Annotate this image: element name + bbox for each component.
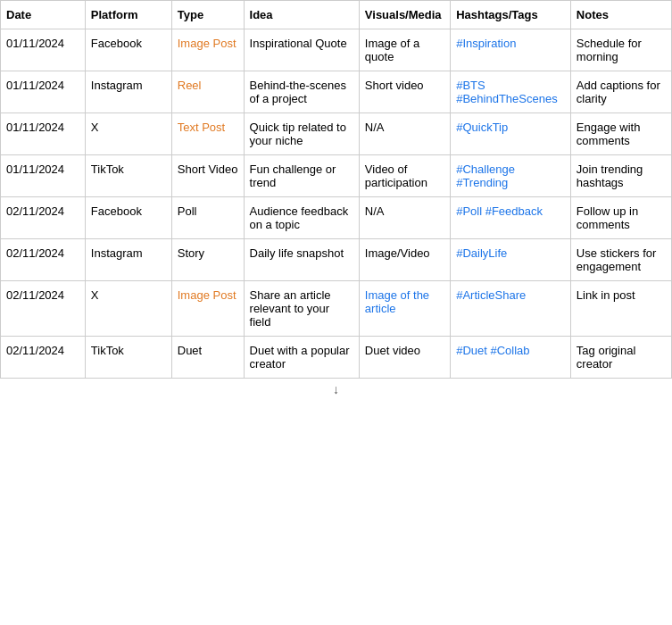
- cell-visuals: Image of a quote: [359, 29, 450, 71]
- cell-visuals: Image of the article: [359, 281, 450, 337]
- cell-platform: Facebook: [85, 29, 171, 71]
- cell-idea: Quick tip related to your niche: [244, 113, 359, 155]
- cell-type: Story: [171, 239, 244, 281]
- cell-platform: TikTok: [85, 337, 171, 379]
- header-visuals: Visuals/Media: [359, 1, 450, 29]
- cell-date: 01/11/2024: [1, 113, 86, 155]
- table-row: 02/11/2024 X Image Post Share an article…: [1, 281, 672, 337]
- cell-type: Duet: [171, 337, 244, 379]
- cell-platform: TikTok: [85, 155, 171, 197]
- cell-notes: Tag original creator: [570, 337, 671, 379]
- cell-idea: Behind-the-scenes of a project: [244, 71, 359, 113]
- cell-notes: Join trending hashtags: [570, 155, 671, 197]
- cell-date: 01/11/2024: [1, 155, 86, 197]
- header-notes: Notes: [570, 1, 671, 29]
- cell-platform: X: [85, 113, 171, 155]
- cell-idea: Daily life snapshot: [244, 239, 359, 281]
- cell-type: Reel: [171, 71, 244, 113]
- scroll-down-icon: ↓: [333, 382, 339, 396]
- table-row: 01/11/2024 Instagram Reel Behind-the-sce…: [1, 71, 672, 113]
- cell-idea: Duet with a popular creator: [244, 337, 359, 379]
- cell-visuals: Short video: [359, 71, 450, 113]
- cell-platform: Facebook: [85, 197, 171, 239]
- cell-date: 02/11/2024: [1, 281, 86, 337]
- cell-hashtags: #DailyLife: [451, 239, 571, 281]
- cell-hashtags: #Poll #Feedback: [451, 197, 571, 239]
- cell-visuals: N/A: [359, 197, 450, 239]
- cell-hashtags: #Duet #Collab: [451, 337, 571, 379]
- cell-type: Text Post: [171, 113, 244, 155]
- scroll-down-indicator: ↓: [0, 379, 672, 400]
- cell-notes: Engage with comments: [570, 113, 671, 155]
- cell-notes: Use stickers for engagement: [570, 239, 671, 281]
- header-type: Type: [171, 1, 244, 29]
- cell-platform: Instagram: [85, 239, 171, 281]
- header-date: Date: [1, 1, 86, 29]
- table-row: 02/11/2024 Facebook Poll Audience feedba…: [1, 197, 672, 239]
- cell-date: 01/11/2024: [1, 71, 86, 113]
- table-row: 01/11/2024 X Text Post Quick tip related…: [1, 113, 672, 155]
- cell-idea: Fun challenge or trend: [244, 155, 359, 197]
- cell-type: Image Post: [171, 29, 244, 71]
- content-calendar-table: Date Platform Type Idea Visuals/Media Ha…: [0, 0, 672, 400]
- cell-notes: Add captions for clarity: [570, 71, 671, 113]
- header-hashtags: Hashtags/Tags: [451, 1, 571, 29]
- cell-type: Short Video: [171, 155, 244, 197]
- cell-notes: Follow up in comments: [570, 197, 671, 239]
- header-platform: Platform: [85, 1, 171, 29]
- cell-visuals: Video of participation: [359, 155, 450, 197]
- cell-hashtags: #Inspiration: [451, 29, 571, 71]
- table-row: 01/11/2024 TikTok Short Video Fun challe…: [1, 155, 672, 197]
- cell-date: 01/11/2024: [1, 29, 86, 71]
- cell-visuals: Duet video: [359, 337, 450, 379]
- cell-idea: Inspirational Quote: [244, 29, 359, 71]
- cell-hashtags: #ArticleShare: [451, 281, 571, 337]
- table-row: 02/11/2024 TikTok Duet Duet with a popul…: [1, 337, 672, 379]
- cell-platform: X: [85, 281, 171, 337]
- header-idea: Idea: [244, 1, 359, 29]
- cell-hashtags: #QuickTip: [451, 113, 571, 155]
- cell-idea: Share an article relevant to your field: [244, 281, 359, 337]
- table-row: 01/11/2024 Facebook Image Post Inspirati…: [1, 29, 672, 71]
- cell-type: Image Post: [171, 281, 244, 337]
- cell-hashtags: #Challenge #Trending: [451, 155, 571, 197]
- cell-idea: Audience feedback on a topic: [244, 197, 359, 239]
- cell-date: 02/11/2024: [1, 239, 86, 281]
- cell-hashtags: #BTS #BehindTheScenes: [451, 71, 571, 113]
- cell-date: 02/11/2024: [1, 197, 86, 239]
- table-row: 02/11/2024 Instagram Story Daily life sn…: [1, 239, 672, 281]
- cell-visuals: N/A: [359, 113, 450, 155]
- cell-platform: Instagram: [85, 71, 171, 113]
- cell-visuals: Image/Video: [359, 239, 450, 281]
- cell-date: 02/11/2024: [1, 337, 86, 379]
- cell-notes: Schedule for morning: [570, 29, 671, 71]
- cell-notes: Link in post: [570, 281, 671, 337]
- cell-type: Poll: [171, 197, 244, 239]
